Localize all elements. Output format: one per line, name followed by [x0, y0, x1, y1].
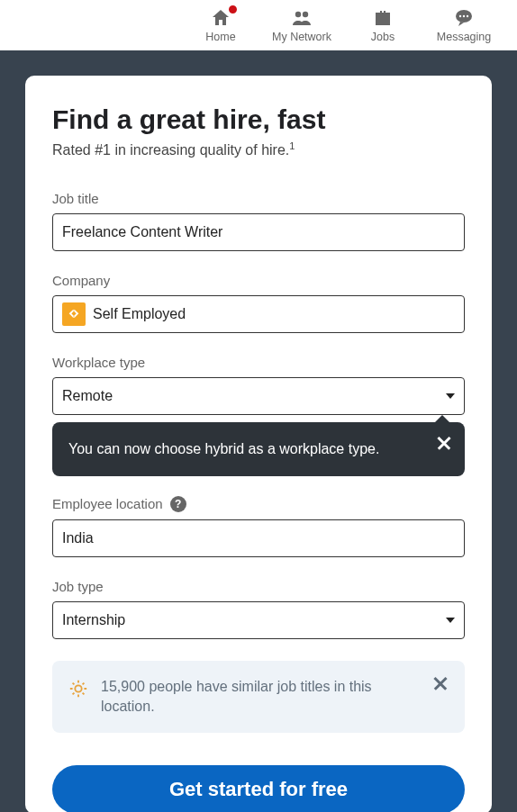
nav-home[interactable]: Home [180, 4, 261, 50]
tooltip-text: You can now choose hybrid as a workplace… [68, 441, 379, 456]
tooltip-close-button[interactable] [436, 435, 452, 456]
company-logo-icon [62, 302, 86, 326]
location-label: Employee location ? [52, 496, 465, 512]
svg-point-6 [75, 685, 81, 691]
close-icon [436, 435, 452, 451]
subtitle-text: Rated #1 in increasing quality of hire. [52, 142, 289, 158]
job-form-card: Find a great hire, fast Rated #1 in incr… [25, 76, 492, 812]
nav-network[interactable]: My Network [261, 4, 342, 50]
workplace-tooltip: You can now choose hybrid as a workplace… [52, 422, 465, 475]
company-value: Self Employed [93, 306, 186, 322]
close-icon [432, 675, 449, 691]
get-started-button[interactable]: Get started for free [52, 765, 465, 812]
chevron-down-icon [446, 393, 455, 399]
svg-point-3 [459, 15, 461, 17]
location-input[interactable] [52, 519, 465, 557]
nav-label: Jobs [371, 31, 395, 43]
briefcase-icon [372, 7, 394, 29]
workplace-label: Workplace type [52, 355, 465, 370]
chat-icon [453, 7, 475, 29]
chevron-down-icon [446, 618, 455, 623]
svg-point-5 [467, 15, 468, 17]
top-nav: Home My Network Jobs Messaging [0, 0, 517, 50]
jobtype-select[interactable]: Internship [52, 601, 465, 639]
jobtype-value: Internship [62, 612, 125, 628]
info-close-button[interactable] [432, 675, 449, 695]
help-icon[interactable]: ? [170, 496, 186, 512]
job-title-label: Job title [52, 191, 465, 206]
lightbulb-icon [68, 679, 88, 717]
nav-jobs[interactable]: Jobs [342, 4, 423, 50]
svg-point-4 [463, 15, 465, 17]
people-icon [291, 7, 313, 29]
info-text: 15,900 people have similar job titles in… [101, 677, 420, 717]
nav-label: Messaging [437, 31, 491, 43]
nav-label: Home [205, 31, 235, 43]
nav-label: My Network [272, 31, 331, 43]
info-banner: 15,900 people have similar job titles in… [52, 661, 465, 734]
home-icon [210, 7, 231, 29]
company-input[interactable]: Self Employed [52, 295, 465, 333]
svg-point-1 [303, 12, 308, 17]
footnote-marker: 1 [289, 140, 295, 151]
jobtype-label: Job type [52, 579, 465, 594]
job-title-input[interactable] [52, 213, 465, 251]
page-subtitle: Rated #1 in increasing quality of hire.1 [52, 140, 465, 158]
workplace-value: Remote [62, 388, 113, 404]
workplace-select[interactable]: Remote [52, 377, 465, 415]
notification-badge [227, 4, 239, 15]
page-background: Find a great hire, fast Rated #1 in incr… [0, 50, 517, 812]
location-label-text: Employee location [52, 496, 163, 511]
svg-point-0 [295, 12, 301, 17]
company-label: Company [52, 273, 465, 288]
nav-messaging[interactable]: Messaging [423, 4, 504, 50]
page-title: Find a great hire, fast [52, 104, 465, 135]
